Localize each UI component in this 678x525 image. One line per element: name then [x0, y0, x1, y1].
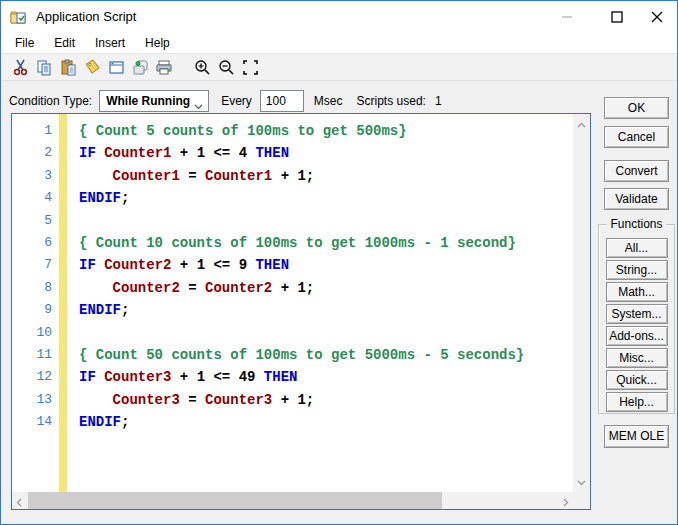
menu-insert[interactable]: Insert: [85, 33, 135, 53]
functions-all-button[interactable]: All...: [606, 238, 668, 258]
cut-icon[interactable]: [10, 58, 30, 76]
line-number: 1: [12, 120, 52, 142]
code-line[interactable]: ENDIF;: [79, 299, 573, 321]
line-number-gutter: 1234567891011121314: [12, 114, 59, 492]
script-editor: 1234567891011121314 { Count 5 counts of …: [11, 113, 591, 510]
every-label: Every: [221, 94, 252, 108]
functions-addons-button[interactable]: Add-ons...: [606, 326, 668, 346]
code-line[interactable]: ENDIF;: [79, 411, 573, 433]
functions-misc-button[interactable]: Misc...: [606, 348, 668, 368]
tag-icon[interactable]: [82, 58, 102, 76]
maximize-button[interactable]: [603, 1, 631, 32]
code-line[interactable]: [79, 210, 573, 232]
scroll-down-icon[interactable]: [577, 475, 586, 489]
code-line[interactable]: Counter3 = Counter3 + 1;: [79, 389, 573, 411]
window-icon[interactable]: [106, 58, 126, 76]
scripts-used-value: 1: [435, 94, 442, 108]
scroll-left-icon[interactable]: [16, 496, 22, 510]
chevron-down-icon: [194, 99, 203, 113]
msec-label: Msec: [314, 94, 343, 108]
condition-type-value: While Running: [106, 94, 190, 108]
menu-help[interactable]: Help: [135, 33, 180, 53]
convert-button[interactable]: Convert: [604, 160, 669, 182]
gutter-stripe: [59, 114, 67, 492]
cancel-button[interactable]: Cancel: [604, 126, 669, 148]
condition-row: Condition Type: While Running Every Msec…: [9, 90, 442, 112]
menu-file[interactable]: File: [5, 33, 44, 53]
scrollbar-corner: [573, 492, 590, 509]
line-number: 5: [12, 210, 52, 232]
functions-group-title: Functions: [599, 217, 674, 231]
functions-string-button[interactable]: String...: [606, 260, 668, 280]
code-lines[interactable]: { Count 5 counts of 100ms to get 500ms}I…: [67, 114, 573, 492]
title-bar[interactable]: Application Script: [1, 1, 677, 32]
condition-type-label: Condition Type:: [9, 94, 92, 108]
code-line[interactable]: IF Counter1 + 1 <= 4 THEN: [79, 142, 573, 164]
line-number: 3: [12, 165, 52, 187]
line-number: 11: [12, 344, 52, 366]
code-line[interactable]: IF Counter3 + 1 <= 49 THEN: [79, 366, 573, 388]
line-number: 8: [12, 277, 52, 299]
functions-help-button[interactable]: Help...: [606, 392, 668, 412]
validate-button[interactable]: Validate: [604, 188, 669, 210]
line-number: 6: [12, 232, 52, 254]
ok-button[interactable]: OK: [604, 97, 669, 119]
zoom-out-icon[interactable]: [216, 58, 236, 76]
line-number: 14: [12, 411, 52, 433]
functions-group: Functions All... String... Math... Syste…: [598, 224, 675, 414]
code-line[interactable]: [79, 322, 573, 344]
toolbar: [1, 54, 677, 81]
line-number: 13: [12, 389, 52, 411]
close-button[interactable]: [643, 1, 671, 32]
line-number: 10: [12, 322, 52, 344]
horizontal-scroll-thumb[interactable]: [28, 492, 442, 509]
code-line[interactable]: ENDIF;: [79, 187, 573, 209]
scroll-right-icon[interactable]: [563, 496, 569, 510]
window-title: Application Script: [36, 9, 136, 24]
line-number: 2: [12, 142, 52, 164]
app-icon: [10, 9, 28, 25]
line-number: 4: [12, 187, 52, 209]
code-line[interactable]: { Count 5 counts of 100ms to get 500ms}: [79, 120, 573, 142]
print-icon[interactable]: [154, 58, 174, 76]
code-line[interactable]: { Count 50 counts of 100ms to get 5000ms…: [79, 344, 573, 366]
vertical-scrollbar[interactable]: [573, 114, 590, 492]
code-line[interactable]: { Count 10 counts of 100ms to get 1000ms…: [79, 232, 573, 254]
mem-ole-button[interactable]: MEM OLE: [604, 425, 669, 448]
interval-input[interactable]: [260, 90, 304, 112]
editor-content[interactable]: 1234567891011121314 { Count 5 counts of …: [12, 114, 573, 492]
horizontal-scrollbar[interactable]: [12, 492, 573, 509]
minimize-button[interactable]: [555, 1, 579, 32]
menu-edit[interactable]: Edit: [44, 33, 85, 53]
functions-system-button[interactable]: System...: [606, 304, 668, 324]
functions-buttons: All... String... Math... System... Add-o…: [599, 238, 674, 414]
menu-bar: File Edit Insert Help: [1, 32, 677, 54]
line-number: 9: [12, 299, 52, 321]
objects-icon[interactable]: [130, 58, 150, 76]
code-line[interactable]: Counter1 = Counter1 + 1;: [79, 165, 573, 187]
zoom-in-icon[interactable]: [192, 58, 212, 76]
code-line[interactable]: IF Counter2 + 1 <= 9 THEN: [79, 254, 573, 276]
scripts-used-label: Scripts used:: [357, 94, 426, 108]
dialog-body: Condition Type: While Running Every Msec…: [1, 81, 677, 525]
scroll-up-icon[interactable]: [577, 117, 586, 131]
functions-quick-button[interactable]: Quick...: [606, 370, 668, 390]
code-line[interactable]: Counter2 = Counter2 + 1;: [79, 277, 573, 299]
condition-type-select[interactable]: While Running: [99, 90, 209, 112]
paste-icon[interactable]: [58, 58, 78, 76]
line-number: 12: [12, 366, 52, 388]
select-area-icon[interactable]: [240, 58, 260, 76]
functions-math-button[interactable]: Math...: [606, 282, 668, 302]
application-script-dialog: Application Script File Edit Insert Help: [0, 0, 678, 525]
copy-icon[interactable]: [34, 58, 54, 76]
line-number: 7: [12, 254, 52, 276]
